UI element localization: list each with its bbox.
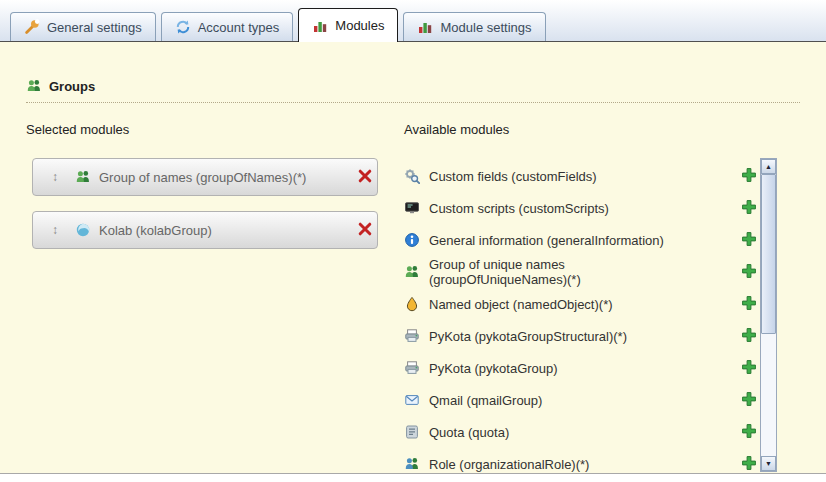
modules-icon [312,18,328,34]
available-module-label: Named object (namedObject)(*) [429,297,697,312]
module-configuration-page: General settings Account types Modules M… [0,0,826,482]
droplet-icon [404,296,420,312]
add-plus-icon [741,263,757,279]
available-module-label: Custom fields (customFields) [429,169,697,184]
add-plus-icon [741,167,757,183]
add-module-button[interactable] [740,231,758,249]
quota-icon [404,424,420,440]
section-heading: Groups [26,78,95,94]
printer-icon [404,360,420,376]
tab-general-settings[interactable]: General settings [10,12,156,41]
modules-icon [417,19,433,35]
tab-label: General settings [47,20,142,35]
available-module-row: Role (organizationalRole)(*) [404,448,758,480]
info-icon [404,232,420,248]
available-module-label: Quota (quota) [429,425,697,440]
scrollbar-track[interactable] [761,174,776,456]
groups-icon [26,78,42,94]
add-module-button[interactable] [740,295,758,313]
add-plus-icon [741,327,757,343]
tab-label: Modules [335,18,384,33]
modules-tab-content: Groups Selected modules Available module… [0,42,826,474]
terminal-icon [404,200,420,216]
add-module-button[interactable] [740,423,758,441]
add-module-button[interactable] [740,199,758,217]
tab-account-types[interactable]: Account types [161,12,294,41]
delete-x-icon [357,221,373,237]
selected-module-label: Kolab (kolabGroup) [99,223,349,238]
add-module-button[interactable] [740,167,758,185]
add-plus-icon [741,359,757,375]
role-icon [404,456,420,472]
add-plus-icon [741,391,757,407]
selected-module-row: ↕ Group of names (groupOfNames)(*) [32,158,378,196]
available-modules-list: Custom fields (customFields) Custom scri… [404,160,758,480]
section-divider [26,102,800,103]
available-module-row: Qmail (qmailGroup) [404,384,758,416]
available-module-row: Custom scripts (customScripts) [404,192,758,224]
add-module-button[interactable] [740,455,758,473]
kolab-icon [75,222,91,238]
available-module-label: PyKota (pykotaGroupStructural)(*) [429,329,697,344]
selected-modules-heading: Selected modules [26,122,129,137]
printer-icon [404,328,420,344]
gear-magnifier-icon [404,168,420,184]
tab-modules[interactable]: Modules [298,8,398,42]
drag-handle-icon[interactable]: ↕ [43,170,67,184]
available-module-row: PyKota (pykotaGroup) [404,352,758,384]
remove-module-button[interactable] [349,221,367,239]
drag-handle-icon[interactable]: ↕ [43,223,67,237]
groups-icon [75,169,91,185]
available-modules-scrollbar[interactable]: ▲ ▼ [760,158,777,472]
scroll-down-icon[interactable]: ▼ [761,456,776,471]
add-module-button[interactable] [740,263,758,281]
add-plus-icon [741,231,757,247]
delete-x-icon [357,168,373,184]
section-title: Groups [49,79,95,94]
tab-bar: General settings Account types Modules M… [0,0,826,42]
available-module-row: Quota (quota) [404,416,758,448]
available-module-row: PyKota (pykotaGroupStructural)(*) [404,320,758,352]
add-plus-icon [741,455,757,471]
selected-modules-list: ↕ Group of names (groupOfNames)(*) ↕ Kol… [32,158,378,264]
available-module-row: Named object (namedObject)(*) [404,288,758,320]
available-module-label: PyKota (pykotaGroup) [429,361,697,376]
add-plus-icon [741,199,757,215]
available-module-label: Role (organizationalRole)(*) [429,457,697,472]
available-module-label: Qmail (qmailGroup) [429,393,697,408]
remove-module-button[interactable] [349,168,367,186]
wrench-icon [24,19,40,35]
selected-module-row: ↕ Kolab (kolabGroup) [32,211,378,249]
tab-module-settings[interactable]: Module settings [403,12,545,41]
add-module-button[interactable] [740,391,758,409]
scroll-up-icon[interactable]: ▲ [761,159,776,174]
available-module-row: Group of unique names (groupOfUniqueName… [404,256,758,288]
groups-icon [404,264,420,280]
available-module-label: Custom scripts (customScripts) [429,201,697,216]
tab-label: Module settings [440,20,531,35]
selected-module-label: Group of names (groupOfNames)(*) [99,170,349,185]
add-plus-icon [741,423,757,439]
refresh-icon [175,19,191,35]
add-module-button[interactable] [740,359,758,377]
add-module-button[interactable] [740,327,758,345]
available-module-row: General information (generalInformation) [404,224,758,256]
available-module-label: Group of unique names (groupOfUniqueName… [429,257,697,287]
scrollbar-thumb[interactable] [761,174,776,334]
available-modules-heading: Available modules [404,122,509,137]
add-plus-icon [741,295,757,311]
mail-icon [404,392,420,408]
available-module-label: General information (generalInformation) [429,233,697,248]
tab-label: Account types [198,20,280,35]
available-module-row: Custom fields (customFields) [404,160,758,192]
